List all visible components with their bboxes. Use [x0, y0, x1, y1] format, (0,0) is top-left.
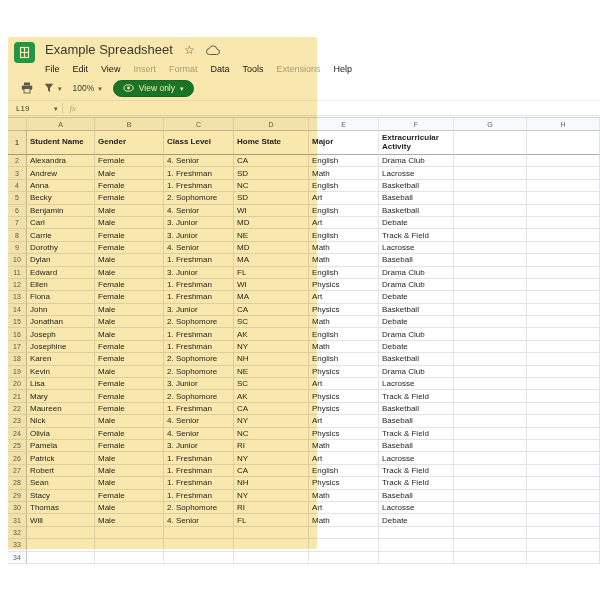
cell-H2[interactable]: [527, 155, 600, 167]
cell-D14[interactable]: CA: [234, 304, 309, 316]
row-number-20[interactable]: 20: [8, 378, 27, 390]
cell-C17[interactable]: 1. Freshman: [164, 341, 234, 353]
cell-B26[interactable]: Male: [95, 452, 164, 464]
cell-D9[interactable]: MD: [234, 242, 309, 254]
cell-C2[interactable]: 4. Senior: [164, 155, 234, 167]
cell-A1[interactable]: Student Name: [27, 131, 95, 155]
cell-C24[interactable]: 4. Senior: [164, 428, 234, 440]
cell-H13[interactable]: [527, 291, 600, 303]
cell-G4[interactable]: [454, 180, 527, 192]
cell-H27[interactable]: [527, 465, 600, 477]
cell-A18[interactable]: Karen: [27, 353, 95, 365]
cell-G6[interactable]: [454, 205, 527, 217]
cell-A25[interactable]: Pamela: [27, 440, 95, 452]
cell-G2[interactable]: [454, 155, 527, 167]
cell-G1[interactable]: [454, 131, 527, 155]
cell-B1[interactable]: Gender: [95, 131, 164, 155]
column-header-H[interactable]: H: [527, 118, 600, 131]
cell-D3[interactable]: SD: [234, 167, 309, 179]
cell-C18[interactable]: 2. Sophomore: [164, 353, 234, 365]
cell-F32[interactable]: [379, 527, 454, 539]
cell-D8[interactable]: NE: [234, 229, 309, 241]
cell-H1[interactable]: [527, 131, 600, 155]
cell-B27[interactable]: Male: [95, 465, 164, 477]
cell-F23[interactable]: Baseball: [379, 415, 454, 427]
cell-C19[interactable]: 2. Sophomore: [164, 366, 234, 378]
cell-B8[interactable]: Female: [95, 229, 164, 241]
cell-H19[interactable]: [527, 366, 600, 378]
cell-E2[interactable]: English: [309, 155, 379, 167]
cell-E33[interactable]: [309, 539, 379, 551]
cell-G7[interactable]: [454, 217, 527, 229]
zoom-control[interactable]: 100% ▾: [73, 83, 102, 93]
cell-A6[interactable]: Benjamin: [27, 205, 95, 217]
cell-H21[interactable]: [527, 390, 600, 402]
cell-A3[interactable]: Andrew: [27, 167, 95, 179]
cell-C3[interactable]: 1. Freshman: [164, 167, 234, 179]
cell-F2[interactable]: Drama Club: [379, 155, 454, 167]
cell-H26[interactable]: [527, 452, 600, 464]
cell-A30[interactable]: Thomas: [27, 502, 95, 514]
row-number-1[interactable]: 1: [8, 131, 27, 155]
cell-E5[interactable]: Art: [309, 192, 379, 204]
cell-H29[interactable]: [527, 490, 600, 502]
cell-B11[interactable]: Male: [95, 267, 164, 279]
cell-E29[interactable]: Math: [309, 490, 379, 502]
cell-C27[interactable]: 1. Freshman: [164, 465, 234, 477]
cell-H4[interactable]: [527, 180, 600, 192]
cell-C22[interactable]: 1. Freshman: [164, 403, 234, 415]
cell-C1[interactable]: Class Level: [164, 131, 234, 155]
cell-A24[interactable]: Olivia: [27, 428, 95, 440]
cell-C23[interactable]: 4. Senior: [164, 415, 234, 427]
cell-D26[interactable]: NY: [234, 452, 309, 464]
cell-E8[interactable]: English: [309, 229, 379, 241]
cell-F30[interactable]: Lacrosse: [379, 502, 454, 514]
cell-A2[interactable]: Alexandra: [27, 155, 95, 167]
cell-A13[interactable]: Fiona: [27, 291, 95, 303]
cell-B3[interactable]: Male: [95, 167, 164, 179]
cell-H16[interactable]: [527, 328, 600, 340]
row-number-12[interactable]: 12: [8, 279, 27, 291]
cell-G26[interactable]: [454, 452, 527, 464]
cell-G30[interactable]: [454, 502, 527, 514]
cell-A19[interactable]: Kevin: [27, 366, 95, 378]
cell-C21[interactable]: 2. Sophomore: [164, 390, 234, 402]
row-number-3[interactable]: 3: [8, 167, 27, 179]
menu-data[interactable]: Data: [210, 64, 229, 74]
cell-G12[interactable]: [454, 279, 527, 291]
cell-G29[interactable]: [454, 490, 527, 502]
menu-view[interactable]: View: [101, 64, 120, 74]
cell-F18[interactable]: Basketball: [379, 353, 454, 365]
cell-F8[interactable]: Track & Field: [379, 229, 454, 241]
cell-G34[interactable]: [454, 552, 527, 564]
cell-D5[interactable]: SD: [234, 192, 309, 204]
cell-D17[interactable]: NY: [234, 341, 309, 353]
cell-F9[interactable]: Lacrosse: [379, 242, 454, 254]
cell-C11[interactable]: 3. Junior: [164, 267, 234, 279]
cell-B20[interactable]: Female: [95, 378, 164, 390]
menu-help[interactable]: Help: [333, 64, 352, 74]
cell-H18[interactable]: [527, 353, 600, 365]
cell-D20[interactable]: SC: [234, 378, 309, 390]
cell-H30[interactable]: [527, 502, 600, 514]
print-button[interactable]: [21, 82, 33, 94]
cell-A5[interactable]: Becky: [27, 192, 95, 204]
menu-file[interactable]: File: [45, 64, 60, 74]
cell-H8[interactable]: [527, 229, 600, 241]
cell-A16[interactable]: Joseph: [27, 328, 95, 340]
cell-H20[interactable]: [527, 378, 600, 390]
cell-H15[interactable]: [527, 316, 600, 328]
cell-C32[interactable]: [164, 527, 234, 539]
cell-F4[interactable]: Basketball: [379, 180, 454, 192]
cell-H12[interactable]: [527, 279, 600, 291]
name-box[interactable]: L19: [16, 104, 54, 113]
cell-A20[interactable]: Lisa: [27, 378, 95, 390]
cell-B10[interactable]: Male: [95, 254, 164, 266]
row-number-4[interactable]: 4: [8, 180, 27, 192]
cell-C31[interactable]: 4. Senior: [164, 514, 234, 526]
cell-E13[interactable]: Art: [309, 291, 379, 303]
cell-H33[interactable]: [527, 539, 600, 551]
cell-C20[interactable]: 3. Junior: [164, 378, 234, 390]
cell-F6[interactable]: Basketball: [379, 205, 454, 217]
cell-C33[interactable]: [164, 539, 234, 551]
